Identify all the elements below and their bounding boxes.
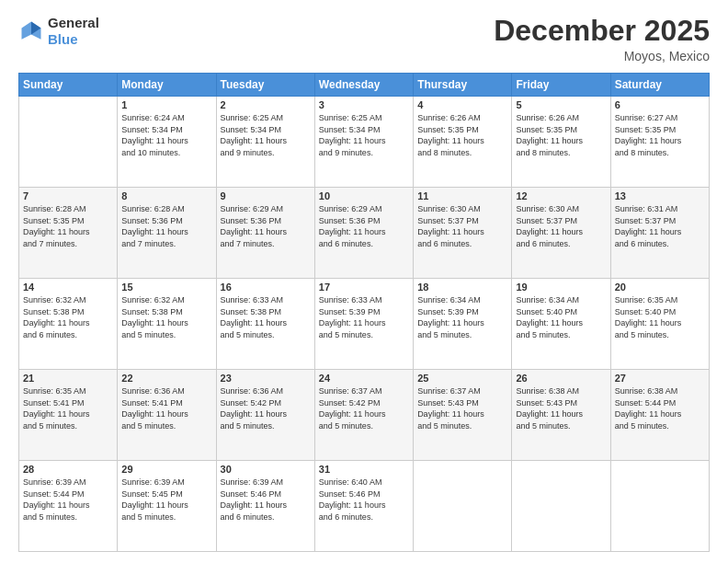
- calendar-cell: 16Sunrise: 6:33 AM Sunset: 5:38 PM Dayli…: [216, 279, 314, 370]
- calendar-cell: 14Sunrise: 6:32 AM Sunset: 5:38 PM Dayli…: [19, 279, 118, 370]
- calendar-cell: 2Sunrise: 6:25 AM Sunset: 5:34 PM Daylig…: [216, 97, 314, 188]
- day-number: 22: [121, 373, 211, 384]
- calendar-cell: 22Sunrise: 6:36 AM Sunset: 5:41 PM Dayli…: [118, 370, 216, 461]
- calendar-cell: 13Sunrise: 6:31 AM Sunset: 5:37 PM Dayli…: [610, 188, 709, 279]
- header-friday: Friday: [512, 74, 610, 97]
- calendar-cell: [610, 461, 709, 552]
- day-info: Sunrise: 6:40 AM Sunset: 5:46 PM Dayligh…: [319, 477, 409, 523]
- day-number: 6: [615, 99, 705, 110]
- day-info: Sunrise: 6:29 AM Sunset: 5:36 PM Dayligh…: [221, 203, 311, 249]
- title-block: December 2025 Moyos, Mexico: [494, 15, 710, 63]
- day-number: 25: [417, 373, 507, 384]
- day-info: Sunrise: 6:33 AM Sunset: 5:38 PM Dayligh…: [221, 294, 311, 340]
- day-number: 19: [516, 282, 606, 293]
- day-info: Sunrise: 6:33 AM Sunset: 5:39 PM Dayligh…: [319, 294, 409, 340]
- day-number: 17: [319, 282, 409, 293]
- calendar-cell: 1Sunrise: 6:24 AM Sunset: 5:34 PM Daylig…: [118, 97, 216, 188]
- logo-icon: [18, 18, 44, 44]
- day-info: Sunrise: 6:28 AM Sunset: 5:36 PM Dayligh…: [121, 203, 211, 249]
- subtitle: Moyos, Mexico: [494, 49, 710, 63]
- calendar-cell: 31Sunrise: 6:40 AM Sunset: 5:46 PM Dayli…: [314, 461, 413, 552]
- day-info: Sunrise: 6:37 AM Sunset: 5:42 PM Dayligh…: [319, 385, 409, 431]
- calendar-week-5: 28Sunrise: 6:39 AM Sunset: 5:44 PM Dayli…: [19, 461, 710, 552]
- day-number: 1: [121, 99, 211, 110]
- calendar-week-4: 21Sunrise: 6:35 AM Sunset: 5:41 PM Dayli…: [19, 370, 710, 461]
- day-info: Sunrise: 6:35 AM Sunset: 5:41 PM Dayligh…: [23, 385, 113, 431]
- day-number: 24: [319, 373, 409, 384]
- day-info: Sunrise: 6:26 AM Sunset: 5:35 PM Dayligh…: [417, 112, 507, 158]
- day-number: 26: [516, 373, 606, 384]
- day-info: Sunrise: 6:39 AM Sunset: 5:45 PM Dayligh…: [121, 477, 211, 523]
- day-info: Sunrise: 6:31 AM Sunset: 5:37 PM Dayligh…: [615, 203, 705, 249]
- calendar-cell: [414, 461, 512, 552]
- day-number: 30: [221, 464, 311, 475]
- day-number: 18: [417, 282, 507, 293]
- calendar-cell: 19Sunrise: 6:34 AM Sunset: 5:40 PM Dayli…: [512, 279, 610, 370]
- day-info: Sunrise: 6:25 AM Sunset: 5:34 PM Dayligh…: [319, 112, 409, 158]
- day-number: 10: [319, 190, 409, 201]
- day-number: 14: [23, 282, 113, 293]
- day-number: 5: [516, 99, 606, 110]
- header-tuesday: Tuesday: [216, 74, 314, 97]
- calendar-cell: [19, 97, 118, 188]
- calendar-cell: 27Sunrise: 6:38 AM Sunset: 5:44 PM Dayli…: [610, 370, 709, 461]
- header-monday: Monday: [118, 74, 216, 97]
- day-number: 27: [615, 373, 705, 384]
- calendar-cell: 10Sunrise: 6:29 AM Sunset: 5:36 PM Dayli…: [314, 188, 413, 279]
- day-info: Sunrise: 6:32 AM Sunset: 5:38 PM Dayligh…: [23, 294, 113, 340]
- calendar-cell: 21Sunrise: 6:35 AM Sunset: 5:41 PM Dayli…: [19, 370, 118, 461]
- day-number: 4: [417, 99, 507, 110]
- main-title: December 2025: [494, 15, 710, 47]
- day-info: Sunrise: 6:34 AM Sunset: 5:39 PM Dayligh…: [417, 294, 507, 340]
- calendar-table: SundayMondayTuesdayWednesdayThursdayFrid…: [18, 73, 710, 552]
- day-number: 13: [615, 190, 705, 201]
- day-info: Sunrise: 6:35 AM Sunset: 5:40 PM Dayligh…: [615, 294, 705, 340]
- day-number: 11: [417, 190, 507, 201]
- day-info: Sunrise: 6:39 AM Sunset: 5:46 PM Dayligh…: [221, 477, 311, 523]
- calendar-week-2: 7Sunrise: 6:28 AM Sunset: 5:35 PM Daylig…: [19, 188, 710, 279]
- day-number: 2: [221, 99, 311, 110]
- day-info: Sunrise: 6:29 AM Sunset: 5:36 PM Dayligh…: [319, 203, 409, 249]
- calendar-cell: [512, 461, 610, 552]
- calendar-cell: 5Sunrise: 6:26 AM Sunset: 5:35 PM Daylig…: [512, 97, 610, 188]
- day-info: Sunrise: 6:24 AM Sunset: 5:34 PM Dayligh…: [121, 112, 211, 158]
- day-number: 28: [23, 464, 113, 475]
- calendar-week-1: 1Sunrise: 6:24 AM Sunset: 5:34 PM Daylig…: [19, 97, 710, 188]
- calendar-cell: 7Sunrise: 6:28 AM Sunset: 5:35 PM Daylig…: [19, 188, 118, 279]
- calendar-cell: 15Sunrise: 6:32 AM Sunset: 5:38 PM Dayli…: [118, 279, 216, 370]
- day-info: Sunrise: 6:32 AM Sunset: 5:38 PM Dayligh…: [121, 294, 211, 340]
- day-number: 12: [516, 190, 606, 201]
- header-saturday: Saturday: [610, 74, 709, 97]
- day-info: Sunrise: 6:36 AM Sunset: 5:42 PM Dayligh…: [221, 385, 311, 431]
- logo: General Blue: [18, 15, 99, 48]
- day-info: Sunrise: 6:28 AM Sunset: 5:35 PM Dayligh…: [23, 203, 113, 249]
- day-info: Sunrise: 6:37 AM Sunset: 5:43 PM Dayligh…: [417, 385, 507, 431]
- header-wednesday: Wednesday: [314, 74, 413, 97]
- day-number: 20: [615, 282, 705, 293]
- day-number: 7: [23, 190, 113, 201]
- calendar-cell: 25Sunrise: 6:37 AM Sunset: 5:43 PM Dayli…: [414, 370, 512, 461]
- calendar-cell: 20Sunrise: 6:35 AM Sunset: 5:40 PM Dayli…: [610, 279, 709, 370]
- calendar-cell: 24Sunrise: 6:37 AM Sunset: 5:42 PM Dayli…: [314, 370, 413, 461]
- day-number: 9: [221, 190, 311, 201]
- day-info: Sunrise: 6:38 AM Sunset: 5:44 PM Dayligh…: [615, 385, 705, 431]
- day-number: 15: [121, 282, 211, 293]
- day-info: Sunrise: 6:25 AM Sunset: 5:34 PM Dayligh…: [221, 112, 311, 158]
- header-thursday: Thursday: [414, 74, 512, 97]
- calendar-cell: 12Sunrise: 6:30 AM Sunset: 5:37 PM Dayli…: [512, 188, 610, 279]
- calendar-cell: 9Sunrise: 6:29 AM Sunset: 5:36 PM Daylig…: [216, 188, 314, 279]
- day-number: 29: [121, 464, 211, 475]
- day-info: Sunrise: 6:34 AM Sunset: 5:40 PM Dayligh…: [516, 294, 606, 340]
- calendar-cell: 29Sunrise: 6:39 AM Sunset: 5:45 PM Dayli…: [118, 461, 216, 552]
- calendar-cell: 8Sunrise: 6:28 AM Sunset: 5:36 PM Daylig…: [118, 188, 216, 279]
- day-info: Sunrise: 6:39 AM Sunset: 5:44 PM Dayligh…: [23, 477, 113, 523]
- header: General Blue December 2025 Moyos, Mexico: [18, 15, 710, 63]
- day-info: Sunrise: 6:30 AM Sunset: 5:37 PM Dayligh…: [516, 203, 606, 249]
- calendar-cell: 3Sunrise: 6:25 AM Sunset: 5:34 PM Daylig…: [314, 97, 413, 188]
- day-info: Sunrise: 6:26 AM Sunset: 5:35 PM Dayligh…: [516, 112, 606, 158]
- calendar-cell: 30Sunrise: 6:39 AM Sunset: 5:46 PM Dayli…: [216, 461, 314, 552]
- calendar-week-3: 14Sunrise: 6:32 AM Sunset: 5:38 PM Dayli…: [19, 279, 710, 370]
- day-number: 16: [221, 282, 311, 293]
- calendar-cell: 6Sunrise: 6:27 AM Sunset: 5:35 PM Daylig…: [610, 97, 709, 188]
- calendar-cell: 4Sunrise: 6:26 AM Sunset: 5:35 PM Daylig…: [414, 97, 512, 188]
